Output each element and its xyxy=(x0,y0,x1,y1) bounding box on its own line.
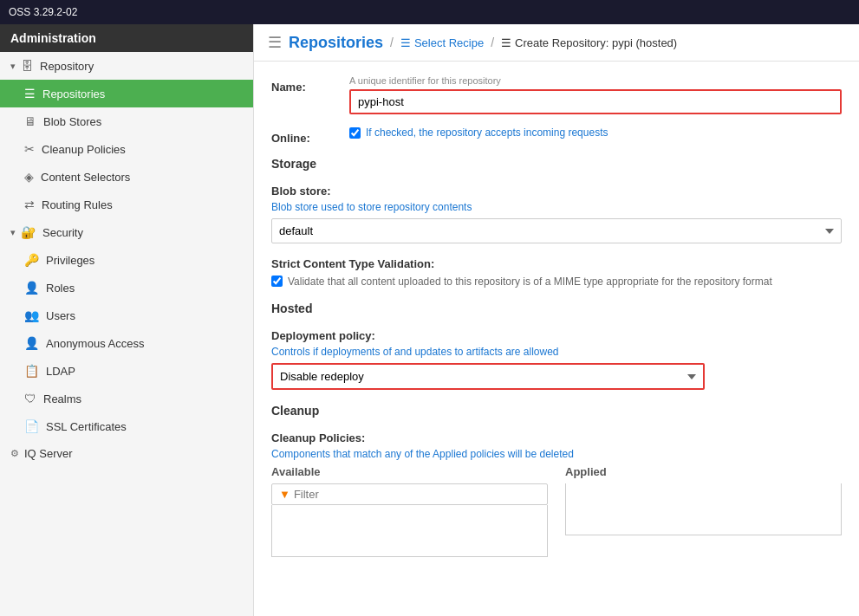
cleanup-title: Cleanup xyxy=(271,404,842,421)
sidebar-section-iq-server[interactable]: ⚙ IQ Server xyxy=(0,440,253,467)
blob-store-subsection: Blob store: Blob store used to store rep… xyxy=(271,185,842,243)
sidebar-item-realms-label: Realms xyxy=(43,392,81,405)
online-label: Online: xyxy=(271,126,349,145)
chevron-iq-icon: ⚙ xyxy=(10,448,19,459)
sidebar-section-security-label: Security xyxy=(42,226,83,239)
name-label: Name: xyxy=(271,75,349,94)
strict-validation-subsection: Strict Content Type Validation: Validate… xyxy=(271,257,842,288)
name-hint: A unique identifier for this repository xyxy=(349,75,842,86)
online-checkbox[interactable] xyxy=(349,127,361,139)
deployment-policy-select[interactable]: Disable redeploy Allow redeploy Read-onl… xyxy=(271,363,705,390)
cleanup-section: Cleanup Cleanup Policies: Components tha… xyxy=(271,404,842,557)
name-row: Name: A unique identifier for this repos… xyxy=(271,75,842,114)
sidebar-item-roles[interactable]: 👤 Roles xyxy=(0,274,253,302)
validation-row: Validate that all content uploaded to th… xyxy=(271,276,842,288)
sidebar-item-repositories[interactable]: ☰ Repositories xyxy=(0,80,253,107)
online-checkbox-row: If checked, the repository accepts incom… xyxy=(349,126,842,139)
anonymous-access-icon: 👤 xyxy=(24,336,39,350)
cleanup-columns: Available ▼ Applied xyxy=(271,465,842,557)
deployment-policy-subsection: Deployment policy: Controls if deploymen… xyxy=(271,329,842,390)
routing-rules-icon: ⇄ xyxy=(24,198,35,211)
database-icon: 🗄 xyxy=(21,59,33,73)
sidebar-item-routing-rules[interactable]: ⇄ Routing Rules xyxy=(0,191,253,218)
sidebar-item-routing-rules-label: Routing Rules xyxy=(42,198,113,211)
sidebar-item-blob-stores-label: Blob Stores xyxy=(43,115,101,128)
strict-validation-checkbox[interactable] xyxy=(271,276,283,287)
applied-header: Applied xyxy=(565,465,842,478)
sidebar-item-cleanup-policies[interactable]: ✂ Cleanup Policies xyxy=(0,135,253,163)
ssl-icon: 📄 xyxy=(24,419,39,433)
breadcrumb-current: ☰ Create Repository: pypi (hosted) xyxy=(501,36,677,49)
deployment-policy-label: Deployment policy: xyxy=(271,329,842,342)
breadcrumb-current-text: Create Repository: pypi (hosted) xyxy=(515,36,677,49)
available-list xyxy=(271,505,548,557)
sidebar-section-repository-label: Repository xyxy=(40,60,94,73)
blob-stores-icon: 🖥 xyxy=(24,114,36,128)
sidebar-item-ldap[interactable]: 📋 LDAP xyxy=(0,357,253,385)
sidebar-item-repositories-label: Repositories xyxy=(42,88,105,101)
filter-box: ▼ xyxy=(271,483,548,505)
available-column: Available ▼ xyxy=(271,465,548,557)
available-header: Available xyxy=(271,465,548,478)
sidebar-item-realms[interactable]: 🛡 Realms xyxy=(0,385,253,412)
applied-column: Applied xyxy=(565,465,842,557)
sidebar-item-content-selectors[interactable]: ◈ Content Selectors xyxy=(0,163,253,191)
chevron-security-icon: ▾ xyxy=(10,227,16,238)
breadcrumb-select-recipe-text: Select Recipe xyxy=(414,36,484,49)
sidebar-item-ldap-label: LDAP xyxy=(46,365,75,378)
sidebar-item-privileges-label: Privileges xyxy=(46,254,94,267)
sidebar-item-content-selectors-label: Content Selectors xyxy=(41,171,130,184)
strict-validation-hint: Validate that all content uploaded to th… xyxy=(288,276,772,288)
sidebar-item-users-label: Users xyxy=(46,309,75,322)
filter-input[interactable] xyxy=(294,488,540,501)
blob-store-select[interactable]: default xyxy=(271,218,842,243)
realms-icon: 🛡 xyxy=(24,392,36,405)
storage-title: Storage xyxy=(271,157,842,174)
repositories-icon: ☰ xyxy=(24,87,36,101)
sidebar-item-users[interactable]: 👥 Users xyxy=(0,302,253,329)
online-row: Online: If checked, the repository accep… xyxy=(271,126,842,145)
hosted-title: Hosted xyxy=(271,302,842,319)
roles-icon: 👤 xyxy=(24,281,39,295)
security-section-icon: 🔐 xyxy=(21,225,36,239)
breadcrumb-sep1: / xyxy=(390,36,394,49)
storage-section: Storage Blob store: Blob store used to s… xyxy=(271,157,842,288)
sidebar-item-anonymous-access-label: Anonymous Access xyxy=(46,337,144,350)
cleanup-policies-hint: Components that match any of the Applied… xyxy=(271,448,842,460)
content-selectors-icon: ◈ xyxy=(24,170,34,184)
sidebar-item-ssl-certificates[interactable]: 📄 SSL Certificates xyxy=(0,412,253,440)
sidebar-section-repository[interactable]: ▾ 🗄 Repository xyxy=(0,52,253,80)
hosted-section: Hosted Deployment policy: Controls if de… xyxy=(271,302,842,390)
sidebar-section-iq-server-label: IQ Server xyxy=(24,447,73,460)
form-body: Name: A unique identifier for this repos… xyxy=(254,62,859,585)
main-layout: Administration ▾ 🗄 Repository ☰ Reposito… xyxy=(0,24,859,616)
users-icon: 👥 xyxy=(24,308,39,322)
sidebar-section-security[interactable]: ▾ 🔐 Security xyxy=(0,218,253,246)
blob-store-label: Blob store: xyxy=(271,185,842,198)
sidebar: Administration ▾ 🗄 Repository ☰ Reposito… xyxy=(0,24,254,616)
sidebar-item-blob-stores[interactable]: 🖥 Blob Stores xyxy=(0,107,253,135)
filter-icon: ▼ xyxy=(279,488,290,501)
cleanup-policies-label: Cleanup Policies: xyxy=(271,431,842,444)
version-text: OSS 3.29.2-02 xyxy=(9,6,77,18)
breadcrumb-repositories-link[interactable]: Repositories xyxy=(289,34,383,52)
strict-validation-label: Strict Content Type Validation: xyxy=(271,257,842,270)
cleanup-policies-icon: ✂ xyxy=(24,142,35,156)
name-input[interactable] xyxy=(349,89,842,114)
sidebar-item-anonymous-access[interactable]: 👤 Anonymous Access xyxy=(0,329,253,357)
chevron-repository-icon: ▾ xyxy=(10,61,16,72)
breadcrumb-repo-icon: ☰ xyxy=(268,33,282,52)
blob-store-hint: Blob store used to store repository cont… xyxy=(271,201,842,213)
online-checkbox-label: If checked, the repository accepts incom… xyxy=(366,126,608,139)
sidebar-header: Administration xyxy=(0,24,253,52)
breadcrumb-select-recipe-link[interactable]: ☰ Select Recipe xyxy=(400,36,484,49)
cleanup-policies-subsection: Cleanup Policies: Components that match … xyxy=(271,431,842,557)
deployment-policy-hint: Controls if deployments of and updates t… xyxy=(271,346,842,358)
online-field: If checked, the repository accepts incom… xyxy=(349,126,842,139)
applied-list xyxy=(565,483,842,535)
ldap-icon: 📋 xyxy=(24,364,39,378)
name-field: A unique identifier for this repository xyxy=(349,75,842,114)
sidebar-item-privileges[interactable]: 🔑 Privileges xyxy=(0,246,253,274)
breadcrumb-select-recipe-icon: ☰ xyxy=(400,36,411,49)
sidebar-item-roles-label: Roles xyxy=(46,282,75,295)
